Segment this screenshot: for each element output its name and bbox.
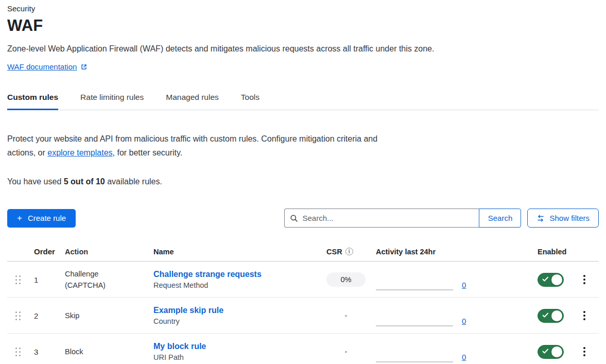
- usage-suffix: available rules.: [105, 177, 162, 186]
- rule-name-link[interactable]: Challenge strange requests: [153, 270, 320, 279]
- rule-order: 2: [29, 311, 61, 320]
- rule-name-cell: My block rule URI Path: [149, 342, 320, 361]
- rule-field: Request Method: [153, 281, 320, 289]
- rule-enabled-cell: [527, 309, 569, 323]
- show-filters-button[interactable]: Show filters: [527, 209, 599, 228]
- tab-rate-limiting-rules[interactable]: Rate limiting rules: [80, 93, 144, 110]
- check-icon: [542, 349, 549, 354]
- search-input[interactable]: [284, 209, 479, 228]
- page-title: WAF: [7, 16, 599, 35]
- header-csr-label: CSR: [326, 248, 342, 256]
- rule-field: Country: [153, 317, 320, 325]
- tab-bar: Custom rules Rate limiting rules Managed…: [7, 93, 599, 110]
- header-order: Order: [29, 247, 61, 256]
- tab-managed-rules[interactable]: Managed rules: [166, 93, 219, 110]
- rule-action: Challenge (CAPTCHA): [61, 268, 149, 291]
- explore-templates-link[interactable]: explore templates: [47, 148, 112, 157]
- tab-tools[interactable]: Tools: [241, 93, 259, 110]
- header-action: Action: [61, 246, 149, 257]
- drag-handle-icon[interactable]: [15, 311, 21, 320]
- activity-count-link[interactable]: 0: [462, 317, 466, 325]
- row-menu-button[interactable]: [580, 308, 588, 323]
- rule-field: URI Path: [153, 353, 320, 361]
- header-name: Name: [149, 248, 320, 256]
- intro-text-after: , for better security.: [113, 148, 183, 157]
- custom-rules-intro: Protect your website and API from malici…: [7, 132, 389, 160]
- rule-order: 1: [29, 275, 61, 284]
- waf-documentation-link[interactable]: WAF documentation: [7, 62, 88, 71]
- search-button[interactable]: Search: [479, 209, 521, 228]
- rule-name-link[interactable]: Example skip rule: [153, 306, 320, 315]
- rule-action: Skip: [61, 310, 149, 321]
- usage-count: 5 out of 10: [64, 177, 105, 186]
- rule-enabled-cell: [527, 273, 569, 287]
- create-rule-label: Create rule: [28, 214, 66, 222]
- check-icon: [542, 276, 549, 282]
- toggle-knob: [551, 346, 562, 357]
- tab-custom-rules[interactable]: Custom rules: [7, 93, 58, 110]
- search-group: Search: [284, 209, 521, 228]
- csr-value: -: [326, 311, 366, 320]
- show-filters-label: Show filters: [549, 214, 590, 222]
- rule-name-cell: Example skip rule Country: [149, 306, 320, 325]
- enabled-toggle[interactable]: [538, 309, 564, 323]
- filter-arrows-icon: [536, 215, 545, 222]
- enabled-toggle[interactable]: [538, 345, 564, 359]
- activity-sparkline: [376, 289, 453, 290]
- rule-order: 3: [29, 348, 61, 356]
- rule-csr-cell: 0%: [320, 272, 370, 287]
- search-box: [284, 209, 479, 228]
- drag-handle-icon[interactable]: [15, 275, 21, 284]
- table-header-row: Order Action Name CSR i Activity last 24…: [7, 242, 599, 262]
- rule-csr-cell: -: [320, 347, 370, 356]
- drag-handle-icon[interactable]: [15, 348, 21, 356]
- table-row: 2 Skip Example skip rule Country - 0: [7, 298, 599, 334]
- rules-toolbar: + Create rule Search Show filters: [7, 209, 599, 228]
- usage-prefix: You have used: [7, 177, 64, 186]
- rules-usage-text: You have used 5 out of 10 available rule…: [7, 177, 599, 186]
- rule-activity-cell: 0: [370, 334, 527, 364]
- rule-action: Block: [61, 346, 149, 357]
- enabled-toggle[interactable]: [538, 273, 564, 287]
- activity-count-link[interactable]: 0: [462, 281, 466, 289]
- page-description: Zone-level Web Application Firewall (WAF…: [7, 44, 599, 54]
- activity-count-link[interactable]: 0: [462, 353, 466, 361]
- create-rule-button[interactable]: + Create rule: [7, 209, 76, 228]
- plus-icon: +: [17, 214, 22, 222]
- header-enabled: Enabled: [527, 248, 569, 256]
- external-link-icon: [80, 63, 88, 71]
- table-row: 1 Challenge (CAPTCHA) Challenge strange …: [7, 262, 599, 298]
- activity-sparkline: [376, 325, 453, 326]
- toggle-knob: [551, 274, 562, 285]
- csr-badge: 0%: [326, 272, 366, 287]
- rule-activity-cell: 0: [370, 262, 527, 298]
- header-activity: Activity last 24hr: [370, 248, 527, 256]
- search-icon: [290, 214, 298, 222]
- row-menu-button[interactable]: [580, 272, 588, 287]
- row-menu-button[interactable]: [580, 344, 588, 359]
- waf-page: Security WAF Zone-level Web Application …: [0, 0, 606, 364]
- rule-name-cell: Challenge strange requests Request Metho…: [149, 270, 320, 289]
- rules-table: Order Action Name CSR i Activity last 24…: [7, 242, 599, 364]
- rule-activity-cell: 0: [370, 298, 527, 334]
- rule-name-link[interactable]: My block rule: [153, 342, 320, 351]
- breadcrumb-security: Security: [7, 4, 599, 13]
- toggle-knob: [551, 310, 562, 321]
- csr-value: -: [326, 348, 366, 356]
- rule-enabled-cell: [527, 345, 569, 359]
- info-icon[interactable]: i: [345, 248, 353, 255]
- waf-documentation-link-label: WAF documentation: [7, 62, 77, 71]
- activity-sparkline: [376, 361, 453, 362]
- check-icon: [542, 313, 549, 318]
- rule-csr-cell: -: [320, 311, 370, 320]
- header-csr: CSR i: [320, 248, 370, 256]
- table-row: 3 Block My block rule URI Path - 0: [7, 334, 599, 364]
